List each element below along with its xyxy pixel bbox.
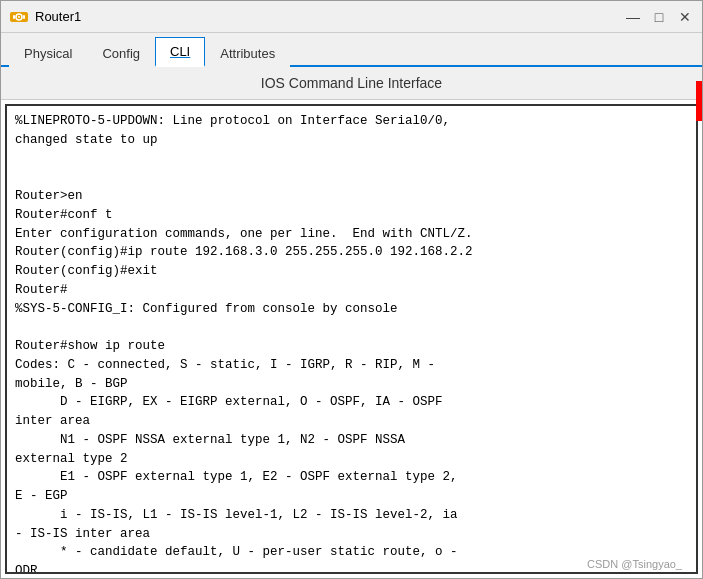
svg-point-2 [18, 16, 20, 18]
title-bar-left: Router1 [9, 7, 81, 27]
cli-terminal[interactable]: %LINEPROTO-5-UPDOWN: Line protocol on In… [5, 104, 698, 574]
tab-attributes[interactable]: Attributes [205, 39, 290, 67]
minimize-button[interactable]: — [624, 8, 642, 26]
watermark: CSDN @Tsingyao_ [587, 558, 682, 570]
tab-cli[interactable]: CLI [155, 37, 205, 67]
main-window: Router1 — □ ✕ Physical Config CLI Attrib… [0, 0, 703, 579]
close-button[interactable]: ✕ [676, 8, 694, 26]
router-icon [9, 7, 29, 27]
title-controls: — □ ✕ [624, 8, 694, 26]
maximize-button[interactable]: □ [650, 8, 668, 26]
svg-rect-3 [13, 15, 15, 19]
tab-bar: Physical Config CLI Attributes [1, 33, 702, 67]
tab-physical[interactable]: Physical [9, 39, 87, 67]
red-stripe-decoration [696, 81, 702, 121]
svg-rect-4 [23, 15, 25, 19]
content-area: IOS Command Line Interface %LINEPROTO-5-… [1, 67, 702, 578]
window-title: Router1 [35, 9, 81, 24]
title-bar: Router1 — □ ✕ [1, 1, 702, 33]
tab-config[interactable]: Config [87, 39, 155, 67]
cli-header: IOS Command Line Interface [1, 67, 702, 100]
